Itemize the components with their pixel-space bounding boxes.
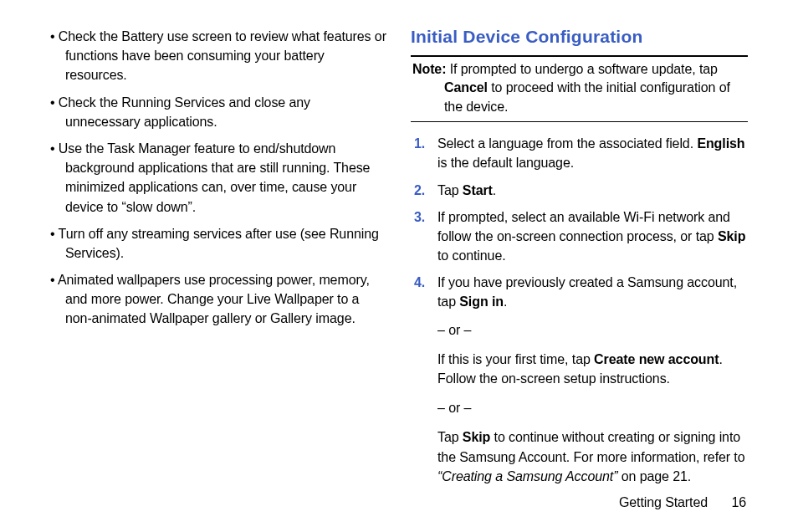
step-sub-text: Tap Skip to continue without creating or… [437, 427, 748, 486]
step-bold: Skip [718, 229, 745, 243]
tip-item: Check the Running Services and close any… [50, 93, 387, 131]
tip-item: Check the Battery use screen to review w… [50, 27, 387, 85]
note-label: Note: [412, 62, 446, 76]
step-text: Tap [437, 183, 463, 197]
tip-item: Turn off any streaming services after us… [50, 224, 387, 263]
sub-text: Tap [437, 430, 463, 444]
step-sub-text: If this is your first time, tap Create n… [437, 350, 748, 388]
divider-thick [411, 55, 748, 57]
step-sub: – or – If this is your first time, tap C… [437, 320, 748, 486]
sub-bold: Create new account [594, 352, 719, 366]
right-column: Initial Device Configuration Note: If pr… [411, 27, 748, 496]
left-column: Check the Battery use screen to review w… [50, 27, 387, 496]
tips-list: Check the Battery use screen to review w… [50, 27, 387, 329]
step-bold: Sign in [459, 294, 504, 309]
step-bold: Start [463, 183, 493, 197]
note-block: Note: If prompted to undergo a software … [411, 60, 748, 116]
step-text: is the default language. [437, 156, 574, 170]
step-text: Select a language from the associated fi… [437, 136, 697, 151]
step-item: Tap Start. [411, 181, 748, 200]
step-text: If prompted, select an available Wi-Fi n… [437, 210, 730, 243]
step-item: If you have previously created a Samsung… [411, 273, 748, 486]
footer-page-number: 16 [731, 495, 746, 509]
reference-link: “Creating a Samsung Account” [437, 469, 622, 483]
divider-thin [411, 121, 748, 122]
steps-list: Select a language from the associated fi… [411, 134, 748, 486]
note-text: If prompted to undergo a software update… [446, 62, 718, 76]
or-separator: – or – [437, 320, 748, 340]
step-item: Select a language from the associated fi… [411, 134, 748, 172]
sub-bold: Skip [463, 430, 490, 444]
tip-item: Animated wallpapers use processing power… [50, 270, 387, 329]
tip-item: Use the Task Manager feature to end/shut… [50, 139, 387, 217]
footer-section: Getting Started [619, 495, 708, 509]
step-item: If prompted, select an available Wi-Fi n… [411, 207, 748, 266]
sub-text: If this is your first time, tap [437, 352, 594, 366]
or-separator: – or – [437, 398, 748, 417]
note-action: Cancel [444, 80, 488, 95]
section-heading: Initial Device Configuration [411, 27, 748, 47]
note-text: to proceed with the initial configuratio… [444, 80, 730, 113]
step-bold: English [697, 136, 744, 151]
sub-text: on page 21. [622, 469, 691, 483]
step-text: to continue. [437, 248, 506, 263]
step-text: . [493, 183, 496, 197]
step-text: . [504, 294, 507, 309]
page-footer: Getting Started 16 [619, 495, 746, 510]
